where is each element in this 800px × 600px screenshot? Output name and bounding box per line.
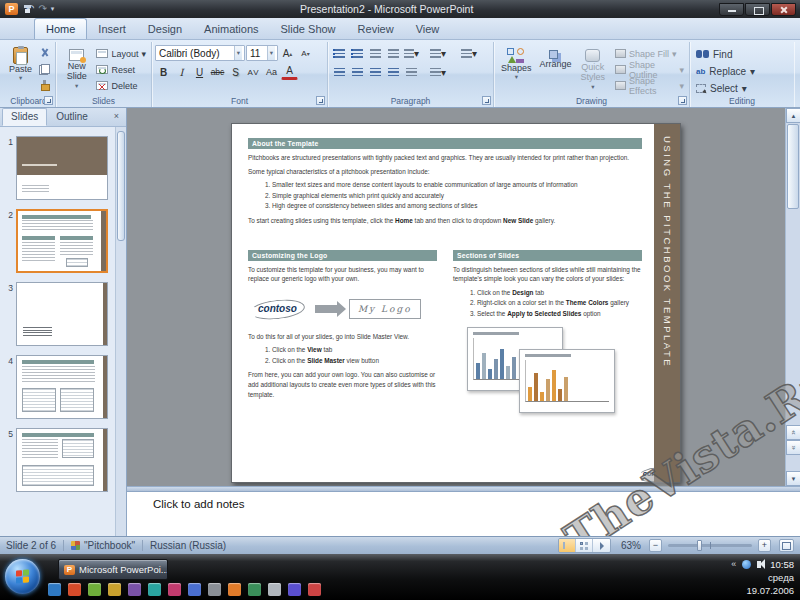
decrease-indent-button[interactable] <box>367 45 384 61</box>
shapes-dropdown-arrow[interactable]: ▾ <box>515 73 518 80</box>
character-spacing-button[interactable]: AV <box>245 64 262 80</box>
maximize-button[interactable] <box>745 3 770 16</box>
font-name-combo[interactable]: Calibri (Body)▾ <box>155 45 245 61</box>
align-left-button[interactable] <box>331 64 348 80</box>
quick-styles-button[interactable]: Quick Styles ▾ <box>576 44 611 94</box>
quick-launch-icon-8[interactable] <box>188 583 201 596</box>
quick-launch-icon-9[interactable] <box>208 583 221 596</box>
paste-button[interactable]: Paste ▾ <box>5 44 36 94</box>
minimize-button[interactable] <box>719 3 744 16</box>
cut-button[interactable] <box>36 46 53 61</box>
slide-thumbnail-row-1[interactable]: 1 <box>2 136 113 200</box>
font-color-button[interactable]: A <box>281 64 298 80</box>
underline-button[interactable]: U <box>191 64 208 80</box>
quick-launch-icon-1[interactable] <box>48 583 61 596</box>
new-slide-dropdown-arrow[interactable]: ▾ <box>75 82 78 89</box>
align-right-button[interactable] <box>367 64 384 80</box>
new-slide-button[interactable]: New Slide ▾ <box>59 44 94 94</box>
shapes-button[interactable]: Shapes ▾ <box>497 44 536 94</box>
font-size-dropdown-arrow[interactable]: ▾ <box>267 46 275 60</box>
zoom-slider-thumb[interactable] <box>697 540 702 551</box>
start-button[interactable] <box>5 559 40 594</box>
panel-scrollbar-thumb[interactable] <box>117 131 125 241</box>
quick-launch-icon-2[interactable] <box>68 583 81 596</box>
tab-insert[interactable]: Insert <box>87 19 137 39</box>
panel-tab-slides[interactable]: Slides <box>2 108 47 126</box>
tab-slide-show[interactable]: Slide Show <box>270 19 347 39</box>
tab-animations[interactable]: Animations <box>193 19 269 39</box>
powerpoint-app-icon[interactable]: P <box>5 3 18 15</box>
slide-sorter-view-button[interactable] <box>576 539 593 552</box>
grow-font-button[interactable]: A▴ <box>279 45 296 61</box>
zoom-out-button[interactable]: − <box>649 539 662 552</box>
justify-button[interactable] <box>385 64 402 80</box>
slide-thumbnail-row-4[interactable]: 4 <box>2 355 113 419</box>
arrange-button[interactable]: Arrange <box>536 44 576 94</box>
reset-button[interactable]: Reset <box>94 62 148 77</box>
clipboard-dialog-launcher[interactable] <box>44 96 53 105</box>
scroll-up-button[interactable]: ▲ <box>786 108 800 123</box>
change-case-button[interactable]: Aa <box>263 64 280 80</box>
tab-review[interactable]: Review <box>347 19 405 39</box>
numbering-button[interactable] <box>349 45 366 61</box>
align-text-button[interactable]: ▾ <box>425 64 451 80</box>
powerpoint-task-button[interactable]: P Microsoft PowerPoi... <box>58 559 168 580</box>
quick-launch-icon-14[interactable] <box>308 583 321 596</box>
shrink-font-button[interactable]: A▾ <box>297 45 314 61</box>
clock-time[interactable]: 10:58 <box>770 559 794 570</box>
slide-3-thumbnail[interactable] <box>16 282 108 346</box>
panel-close-button[interactable]: × <box>110 110 123 123</box>
increase-indent-button[interactable] <box>385 45 402 61</box>
line-spacing-button[interactable]: ▾ <box>403 45 420 61</box>
bullets-button[interactable] <box>331 45 348 61</box>
columns-button[interactable] <box>403 64 420 80</box>
scrollbar-thumb[interactable] <box>787 124 799 209</box>
slide-5-thumbnail[interactable] <box>16 428 108 492</box>
quick-launch-icon-13[interactable] <box>288 583 301 596</box>
paste-dropdown-arrow[interactable]: ▾ <box>19 74 22 81</box>
replace-button[interactable]: abReplace▾ <box>693 63 791 79</box>
slide-1-thumbnail[interactable] <box>16 136 108 200</box>
zoom-slider[interactable] <box>668 544 752 547</box>
text-direction-button[interactable]: ▾ <box>425 45 451 61</box>
find-button[interactable]: Find <box>693 46 791 62</box>
copy-button[interactable] <box>36 62 53 77</box>
normal-view-button[interactable] <box>559 539 576 552</box>
slide-2-editing-surface[interactable]: About the Template Pitchbooks are struct… <box>231 123 681 483</box>
tray-status-icon[interactable] <box>742 560 751 569</box>
fit-slide-to-window-button[interactable] <box>779 539 794 552</box>
quick-styles-dropdown-arrow[interactable]: ▾ <box>591 83 594 90</box>
quick-launch-icon-5[interactable] <box>128 583 141 596</box>
redo-button[interactable]: ↷ <box>38 3 46 15</box>
drawing-dialog-launcher[interactable] <box>678 96 687 105</box>
zoom-in-button[interactable]: + <box>758 539 771 552</box>
quick-launch-icon-10[interactable] <box>228 583 241 596</box>
font-dialog-launcher[interactable] <box>316 96 325 105</box>
notes-pane[interactable]: Click to add notes <box>127 491 800 536</box>
notes-placeholder[interactable]: Click to add notes <box>153 498 244 510</box>
tray-collapse-button[interactable]: « <box>731 559 736 569</box>
quick-launch-icon-3[interactable] <box>88 583 101 596</box>
tab-design[interactable]: Design <box>137 19 193 39</box>
tab-view[interactable]: View <box>405 19 451 39</box>
quick-launch-icon-11[interactable] <box>248 583 261 596</box>
tab-home[interactable]: Home <box>34 18 87 39</box>
quick-launch-icon-12[interactable] <box>268 583 281 596</box>
panel-tab-outline[interactable]: Outline <box>47 108 97 126</box>
scroll-down-button[interactable]: ▼ <box>786 471 800 486</box>
convert-smartart-button[interactable]: ▾ <box>456 45 482 61</box>
layout-button[interactable]: Layout▾ <box>94 46 148 61</box>
slide-4-thumbnail[interactable] <box>16 355 108 419</box>
panel-scrollbar[interactable] <box>115 127 126 536</box>
close-button[interactable] <box>771 3 796 16</box>
font-name-dropdown-arrow[interactable]: ▾ <box>234 46 242 60</box>
italic-button[interactable]: I <box>173 64 190 80</box>
strikethrough-button[interactable]: abc <box>209 64 226 80</box>
quick-launch-icon-4[interactable] <box>108 583 121 596</box>
align-center-button[interactable] <box>349 64 366 80</box>
volume-icon[interactable] <box>757 561 761 568</box>
paragraph-dialog-launcher[interactable] <box>482 96 491 105</box>
slide-2-thumbnail-selected[interactable] <box>16 209 108 273</box>
zoom-level[interactable]: 63% <box>621 540 641 551</box>
shape-effects-button[interactable]: Shape Effects▾ <box>613 78 686 93</box>
